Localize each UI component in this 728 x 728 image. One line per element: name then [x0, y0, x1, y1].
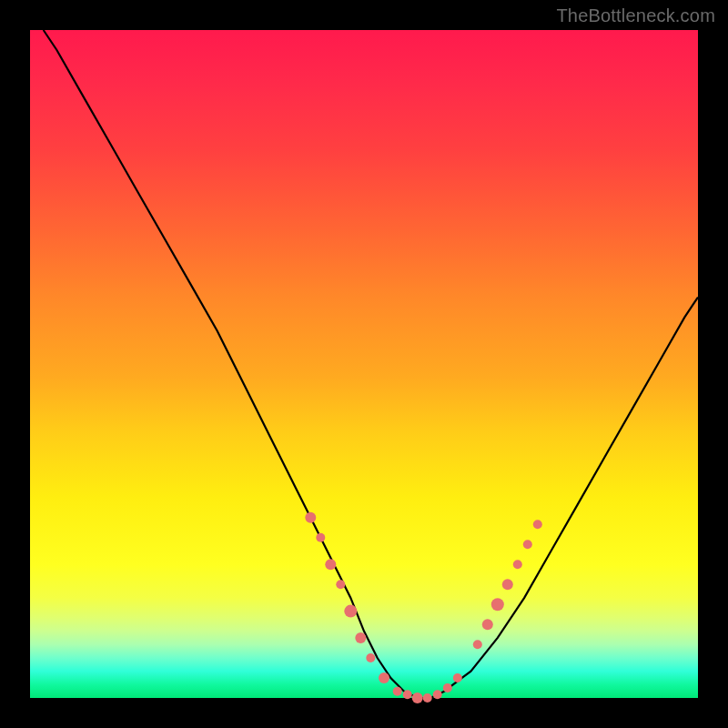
curve-marker: [491, 598, 504, 611]
curve-marker: [379, 672, 389, 683]
curve-marker: [423, 693, 432, 703]
curve-marker: [482, 619, 493, 630]
curve-markers: [305, 512, 542, 703]
curve-marker: [433, 690, 442, 699]
chart-svg: [30, 30, 698, 698]
curve-marker: [305, 512, 316, 523]
curve-marker: [393, 687, 402, 696]
curve-marker: [316, 533, 325, 542]
curve-marker: [533, 520, 542, 529]
curve-marker: [443, 683, 452, 693]
curve-marker: [336, 580, 345, 589]
curve-marker: [344, 605, 357, 618]
curve-marker: [366, 653, 375, 662]
curve-marker: [473, 640, 482, 649]
curve-marker: [403, 690, 412, 699]
curve-marker: [513, 560, 522, 569]
curve-marker: [453, 673, 462, 682]
curve-marker: [355, 632, 366, 643]
bottleneck-curve: [44, 30, 698, 698]
watermark-text: TheBottleneck.com: [556, 5, 715, 26]
curve-marker: [502, 579, 513, 590]
curve-marker: [325, 559, 336, 570]
chart-plot-area: [30, 30, 698, 698]
curve-marker: [412, 693, 423, 703]
curve-marker: [523, 540, 532, 549]
